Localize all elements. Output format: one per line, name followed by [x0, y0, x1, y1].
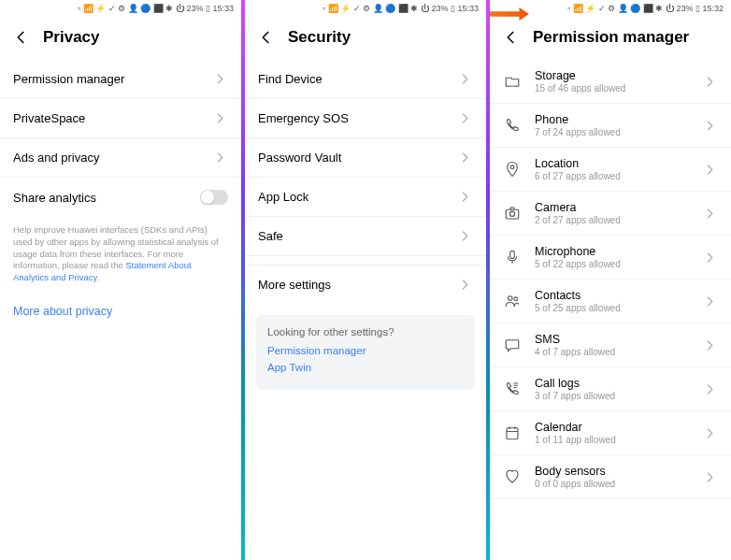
perm-body-sensors[interactable]: Body sensors 0 of 0 apps allowed — [490, 455, 731, 499]
perm-location[interactable]: Location 6 of 27 apps allowed — [490, 148, 731, 192]
settings-list: Permission manager PrivateSpace Ads and … — [0, 60, 241, 560]
perm-call-logs[interactable]: Call logs 3 of 7 apps allowed — [490, 367, 731, 411]
chevron-right-icon — [462, 231, 473, 242]
perm-title: Microphone — [535, 245, 694, 258]
back-icon[interactable] — [258, 29, 275, 46]
call-logs-icon — [503, 380, 522, 398]
chevron-right-icon — [217, 152, 228, 164]
help-text: Help improve Huawei interfaces (SDKs and… — [0, 217, 241, 292]
info-box-title: Looking for other settings? — [267, 326, 464, 337]
header: Permission manager — [490, 17, 731, 60]
perm-phone[interactable]: Phone 7 of 24 apps allowed — [490, 104, 731, 148]
perm-camera[interactable]: Camera 2 of 27 apps allowed — [490, 192, 731, 236]
row-ads-privacy[interactable]: Ads and privacy — [0, 138, 241, 178]
more-about-privacy-link[interactable]: More about privacy — [0, 292, 241, 331]
sms-icon — [503, 336, 522, 354]
body-sensors-icon — [503, 467, 522, 486]
row-password-vault[interactable]: Password Vault — [245, 138, 486, 178]
row-share-analytics[interactable]: Share analytics — [0, 178, 241, 217]
perm-sub: 2 of 27 apps allowed — [535, 215, 694, 225]
chevron-right-icon — [707, 208, 718, 219]
chevron-right-icon — [462, 113, 473, 124]
header: Security — [245, 17, 486, 60]
page-title: Permission manager — [533, 28, 689, 47]
row-label: Share analytics — [13, 191, 200, 205]
perm-sms[interactable]: SMS 4 of 7 apps allowed — [490, 323, 731, 367]
info-link-app-twin[interactable]: App Twin — [267, 362, 464, 373]
row-more-settings[interactable]: More settings — [245, 266, 486, 304]
chevron-right-icon — [707, 251, 718, 263]
page-title: Security — [288, 28, 351, 47]
perm-title: Contacts — [535, 289, 694, 302]
header: Privacy — [0, 17, 241, 60]
row-label: App Lock — [258, 190, 462, 204]
perm-body: SMS 4 of 7 apps allowed — [535, 333, 694, 357]
chevron-right-icon — [217, 113, 228, 124]
svg-point-2 — [509, 211, 514, 216]
microphone-icon — [503, 248, 522, 266]
status-icons: ▫ 📶 ⚡ ✓ ⚙ 👤 🔵 ⬛ ✱ ⏻ 23% ▯ 15:33 — [322, 4, 479, 13]
row-find-device[interactable]: Find Device — [245, 60, 486, 99]
row-label: Permission manager — [13, 72, 217, 86]
chevron-right-icon — [707, 471, 718, 482]
svg-point-0 — [510, 165, 514, 169]
section-gap — [245, 256, 486, 266]
perm-sub: 5 of 25 apps allowed — [535, 303, 694, 313]
row-label: Emergency SOS — [258, 111, 462, 125]
perm-sub: 4 of 7 apps allowed — [535, 347, 694, 357]
perm-sub: 5 of 22 apps allowed — [535, 259, 694, 269]
row-label: Password Vault — [258, 151, 462, 165]
settings-list: Find Device Emergency SOS Password Vault… — [245, 60, 486, 560]
camera-icon — [503, 204, 522, 223]
svg-point-5 — [514, 297, 518, 301]
panel-security: ▫ 📶 ⚡ ✓ ⚙ 👤 🔵 ⬛ ✱ ⏻ 23% ▯ 15:33 Security… — [245, 0, 486, 560]
perm-sub: 3 of 7 apps allowed — [535, 391, 694, 401]
page-title: Privacy — [43, 28, 100, 47]
perm-sub: 15 of 46 apps allowed — [535, 83, 694, 93]
back-icon[interactable] — [13, 29, 30, 46]
perm-body: Body sensors 0 of 0 apps allowed — [535, 465, 694, 489]
status-icons: ▫ 📶 ⚡ ✓ ⚙ 👤 🔵 ⬛ ✱ ⏻ 23% ▯ 15:33 — [78, 4, 234, 13]
svg-point-4 — [509, 296, 513, 301]
perm-body: Location 6 of 27 apps allowed — [535, 157, 694, 181]
perm-sub: 7 of 24 apps allowed — [535, 127, 694, 137]
perm-body: Call logs 3 of 7 apps allowed — [535, 377, 694, 401]
perm-storage[interactable]: Storage 15 of 46 apps allowed — [490, 60, 731, 104]
perm-body: Microphone 5 of 22 apps allowed — [535, 245, 694, 269]
row-label: Safe — [258, 229, 462, 243]
chevron-right-icon — [707, 427, 718, 438]
perm-title: Body sensors — [535, 465, 694, 478]
row-app-lock[interactable]: App Lock — [245, 178, 486, 217]
panel-privacy: ▫ 📶 ⚡ ✓ ⚙ 👤 🔵 ⬛ ✱ ⏻ 23% ▯ 15:33 Privacy … — [0, 0, 241, 560]
svg-rect-6 — [507, 428, 518, 439]
status-bar: ▫ 📶 ⚡ ✓ ⚙ 👤 🔵 ⬛ ✱ ⏻ 23% ▯ 15:33 — [245, 0, 486, 17]
perm-sub: 0 of 0 apps allowed — [535, 479, 694, 489]
chevron-right-icon — [462, 192, 473, 203]
row-privatespace[interactable]: PrivateSpace — [0, 99, 241, 138]
chevron-right-icon — [462, 280, 473, 291]
info-link-permission-manager[interactable]: Permission manager — [267, 345, 464, 356]
status-bar: ▫ 📶 ⚡ ✓ ⚙ 👤 🔵 ⬛ ✱ ⏻ 23% ▯ 15:33 — [0, 0, 241, 17]
back-icon[interactable] — [503, 29, 520, 46]
row-label: PrivateSpace — [13, 111, 217, 125]
row-label: Ads and privacy — [13, 151, 217, 165]
perm-title: Camera — [535, 201, 694, 214]
row-emergency-sos[interactable]: Emergency SOS — [245, 99, 486, 138]
perm-title: Calendar — [535, 421, 694, 434]
chevron-right-icon — [707, 76, 718, 87]
perm-contacts[interactable]: Contacts 5 of 25 apps allowed — [490, 280, 731, 323]
chevron-right-icon — [707, 339, 718, 351]
toggle-share-analytics[interactable] — [200, 190, 228, 205]
perm-microphone[interactable]: Microphone 5 of 22 apps allowed — [490, 236, 731, 280]
chevron-right-icon — [707, 295, 718, 307]
svg-rect-3 — [510, 251, 515, 258]
row-safe[interactable]: Safe — [245, 217, 486, 256]
row-permission-manager[interactable]: Permission manager — [0, 60, 241, 99]
chevron-right-icon — [217, 74, 228, 85]
phone-icon — [503, 116, 522, 135]
row-label: Find Device — [258, 72, 462, 86]
perm-calendar[interactable]: Calendar 1 of 11 app allowed — [490, 411, 731, 455]
chevron-right-icon — [462, 152, 473, 164]
perm-body: Storage 15 of 46 apps allowed — [535, 69, 694, 93]
perm-body: Phone 7 of 24 apps allowed — [535, 113, 694, 137]
